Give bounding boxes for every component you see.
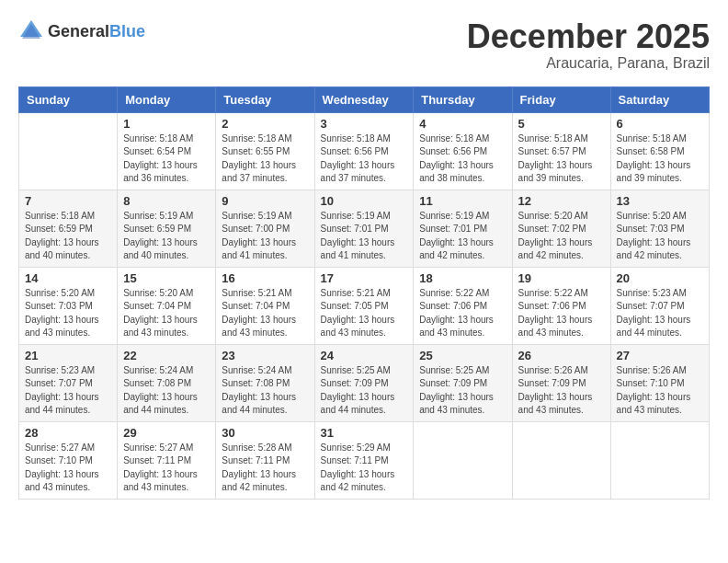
day-number: 5 xyxy=(518,117,605,131)
day-info: Sunrise: 5:26 AM Sunset: 7:10 PM Dayligh… xyxy=(617,364,703,418)
title-block: December 2025 Araucaria, Parana, Brazil xyxy=(467,18,710,72)
day-info: Sunrise: 5:26 AM Sunset: 7:09 PM Dayligh… xyxy=(518,364,605,418)
calendar-cell: 2Sunrise: 5:18 AM Sunset: 6:55 PM Daylig… xyxy=(216,112,314,190)
calendar-cell: 30Sunrise: 5:28 AM Sunset: 7:11 PM Dayli… xyxy=(216,421,314,499)
day-info: Sunrise: 5:20 AM Sunset: 7:04 PM Dayligh… xyxy=(123,287,210,340)
calendar-week-row: 1Sunrise: 5:18 AM Sunset: 6:54 PM Daylig… xyxy=(19,112,710,190)
day-info: Sunrise: 5:19 AM Sunset: 7:01 PM Dayligh… xyxy=(419,210,506,263)
day-info: Sunrise: 5:21 AM Sunset: 7:05 PM Dayligh… xyxy=(321,287,408,340)
logo-general-text: General xyxy=(48,22,109,40)
page-header: GeneralBlue December 2025 Araucaria, Par… xyxy=(18,18,710,72)
day-number: 8 xyxy=(123,194,210,208)
day-info: Sunrise: 5:18 AM Sunset: 6:54 PM Dayligh… xyxy=(123,132,210,186)
calendar-cell xyxy=(19,112,118,190)
day-number: 9 xyxy=(222,194,308,208)
day-number: 10 xyxy=(321,194,408,208)
day-info: Sunrise: 5:27 AM Sunset: 7:10 PM Dayligh… xyxy=(25,442,111,495)
calendar-cell: 22Sunrise: 5:24 AM Sunset: 7:08 PM Dayli… xyxy=(118,344,216,421)
day-number: 31 xyxy=(321,426,408,440)
calendar-body: 1Sunrise: 5:18 AM Sunset: 6:54 PM Daylig… xyxy=(19,112,710,499)
calendar-cell: 12Sunrise: 5:20 AM Sunset: 7:02 PM Dayli… xyxy=(512,190,610,267)
calendar-week-row: 21Sunrise: 5:23 AM Sunset: 7:07 PM Dayli… xyxy=(19,344,710,421)
day-number: 26 xyxy=(518,349,605,362)
day-number: 14 xyxy=(25,271,111,285)
day-number: 28 xyxy=(25,426,111,440)
day-number: 25 xyxy=(419,349,506,362)
month-title: December 2025 xyxy=(467,18,710,55)
day-info: Sunrise: 5:24 AM Sunset: 7:08 PM Dayligh… xyxy=(222,364,308,418)
day-number: 15 xyxy=(123,271,210,285)
day-number: 29 xyxy=(123,426,210,440)
day-info: Sunrise: 5:24 AM Sunset: 7:08 PM Dayligh… xyxy=(123,364,210,418)
calendar-cell: 9Sunrise: 5:19 AM Sunset: 7:00 PM Daylig… xyxy=(216,190,314,267)
calendar-cell: 25Sunrise: 5:25 AM Sunset: 7:09 PM Dayli… xyxy=(414,344,512,421)
header-monday: Monday xyxy=(118,86,216,112)
calendar-table: SundayMondayTuesdayWednesdayThursdayFrid… xyxy=(18,86,710,500)
day-number: 19 xyxy=(518,271,605,285)
calendar-cell: 28Sunrise: 5:27 AM Sunset: 7:10 PM Dayli… xyxy=(19,421,118,499)
day-number: 16 xyxy=(222,271,308,285)
day-info: Sunrise: 5:18 AM Sunset: 6:56 PM Dayligh… xyxy=(321,132,408,186)
day-number: 22 xyxy=(123,349,210,362)
day-number: 4 xyxy=(419,117,506,131)
calendar-cell: 13Sunrise: 5:20 AM Sunset: 7:03 PM Dayli… xyxy=(610,190,709,267)
header-thursday: Thursday xyxy=(414,86,512,112)
calendar-cell: 6Sunrise: 5:18 AM Sunset: 6:58 PM Daylig… xyxy=(610,112,709,190)
header-tuesday: Tuesday xyxy=(216,86,314,112)
calendar-cell: 4Sunrise: 5:18 AM Sunset: 6:56 PM Daylig… xyxy=(414,112,512,190)
day-info: Sunrise: 5:18 AM Sunset: 6:57 PM Dayligh… xyxy=(518,132,605,186)
calendar-cell xyxy=(512,421,610,499)
day-info: Sunrise: 5:22 AM Sunset: 7:06 PM Dayligh… xyxy=(518,287,605,340)
day-info: Sunrise: 5:18 AM Sunset: 6:55 PM Dayligh… xyxy=(222,132,308,186)
calendar-cell: 20Sunrise: 5:23 AM Sunset: 7:07 PM Dayli… xyxy=(610,267,709,344)
day-info: Sunrise: 5:23 AM Sunset: 7:07 PM Dayligh… xyxy=(25,364,111,418)
calendar-cell: 3Sunrise: 5:18 AM Sunset: 6:56 PM Daylig… xyxy=(314,112,414,190)
day-info: Sunrise: 5:20 AM Sunset: 7:03 PM Dayligh… xyxy=(25,287,111,340)
calendar-cell: 24Sunrise: 5:25 AM Sunset: 7:09 PM Dayli… xyxy=(314,344,414,421)
calendar-cell: 11Sunrise: 5:19 AM Sunset: 7:01 PM Dayli… xyxy=(414,190,512,267)
calendar-cell: 16Sunrise: 5:21 AM Sunset: 7:04 PM Dayli… xyxy=(216,267,314,344)
header-saturday: Saturday xyxy=(610,86,709,112)
day-number: 12 xyxy=(518,194,605,208)
calendar-cell: 21Sunrise: 5:23 AM Sunset: 7:07 PM Dayli… xyxy=(19,344,118,421)
day-number: 3 xyxy=(321,117,408,131)
day-number: 21 xyxy=(25,349,111,362)
day-info: Sunrise: 5:25 AM Sunset: 7:09 PM Dayligh… xyxy=(321,364,408,418)
calendar-cell: 29Sunrise: 5:27 AM Sunset: 7:11 PM Dayli… xyxy=(118,421,216,499)
calendar-cell: 18Sunrise: 5:22 AM Sunset: 7:06 PM Dayli… xyxy=(414,267,512,344)
calendar-cell: 23Sunrise: 5:24 AM Sunset: 7:08 PM Dayli… xyxy=(216,344,314,421)
calendar-week-row: 28Sunrise: 5:27 AM Sunset: 7:10 PM Dayli… xyxy=(19,421,710,499)
day-info: Sunrise: 5:23 AM Sunset: 7:07 PM Dayligh… xyxy=(617,287,703,340)
logo-blue-text: Blue xyxy=(109,22,145,40)
calendar-cell: 14Sunrise: 5:20 AM Sunset: 7:03 PM Dayli… xyxy=(19,267,118,344)
calendar-cell: 5Sunrise: 5:18 AM Sunset: 6:57 PM Daylig… xyxy=(512,112,610,190)
calendar-cell: 8Sunrise: 5:19 AM Sunset: 6:59 PM Daylig… xyxy=(118,190,216,267)
calendar-cell: 27Sunrise: 5:26 AM Sunset: 7:10 PM Dayli… xyxy=(610,344,709,421)
day-info: Sunrise: 5:20 AM Sunset: 7:03 PM Dayligh… xyxy=(617,210,703,263)
header-friday: Friday xyxy=(512,86,610,112)
logo: GeneralBlue xyxy=(18,18,145,44)
calendar-cell xyxy=(414,421,512,499)
day-number: 13 xyxy=(617,194,703,208)
day-info: Sunrise: 5:18 AM Sunset: 6:59 PM Dayligh… xyxy=(25,210,111,263)
day-number: 24 xyxy=(321,349,408,362)
day-info: Sunrise: 5:18 AM Sunset: 6:56 PM Dayligh… xyxy=(419,132,506,186)
day-number: 2 xyxy=(222,117,308,131)
day-number: 1 xyxy=(123,117,210,131)
calendar-cell: 19Sunrise: 5:22 AM Sunset: 7:06 PM Dayli… xyxy=(512,267,610,344)
calendar-cell xyxy=(610,421,709,499)
day-number: 7 xyxy=(25,194,111,208)
calendar-cell: 10Sunrise: 5:19 AM Sunset: 7:01 PM Dayli… xyxy=(314,190,414,267)
day-number: 23 xyxy=(222,349,308,362)
day-info: Sunrise: 5:25 AM Sunset: 7:09 PM Dayligh… xyxy=(419,364,506,418)
day-info: Sunrise: 5:29 AM Sunset: 7:11 PM Dayligh… xyxy=(321,442,408,495)
calendar-cell: 15Sunrise: 5:20 AM Sunset: 7:04 PM Dayli… xyxy=(118,267,216,344)
day-number: 11 xyxy=(419,194,506,208)
day-info: Sunrise: 5:20 AM Sunset: 7:02 PM Dayligh… xyxy=(518,210,605,263)
header-sunday: Sunday xyxy=(19,86,118,112)
day-info: Sunrise: 5:19 AM Sunset: 7:00 PM Dayligh… xyxy=(222,210,308,263)
day-number: 17 xyxy=(321,271,408,285)
logo-icon xyxy=(18,18,44,44)
day-info: Sunrise: 5:18 AM Sunset: 6:58 PM Dayligh… xyxy=(617,132,703,186)
calendar-week-row: 14Sunrise: 5:20 AM Sunset: 7:03 PM Dayli… xyxy=(19,267,710,344)
